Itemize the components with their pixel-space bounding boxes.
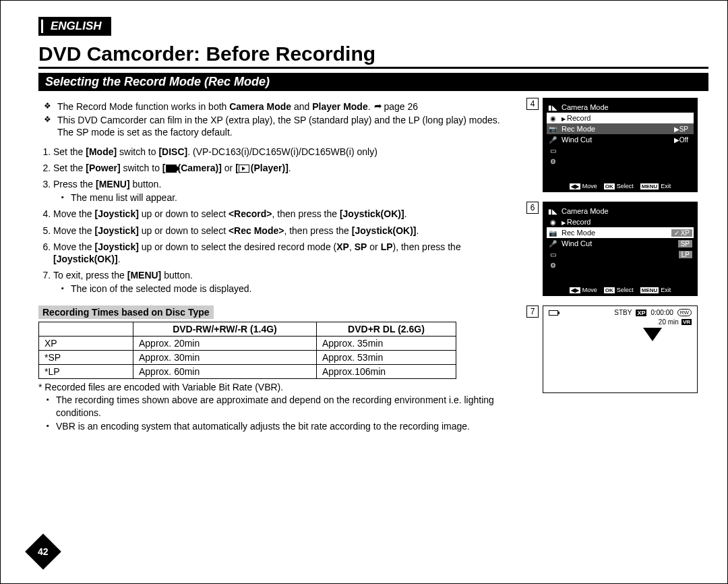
tools-icon: ⚙ xyxy=(548,262,557,269)
foot-bullet: The recording times shown above are appr… xyxy=(48,394,514,418)
step-1: Set the [Mode] switch to [DISC]. (VP-DC1… xyxy=(53,146,514,158)
step-5: Move the [Joystick] up or down to select… xyxy=(53,225,514,237)
player-icon xyxy=(239,165,249,173)
tools-icon: ⚙ xyxy=(548,158,557,165)
step-7: To exit, press the [MENU] button. The ic… xyxy=(53,269,514,295)
remaining-time: 20 min xyxy=(659,318,679,326)
mic-icon: 🎤 xyxy=(548,240,557,247)
option: SP xyxy=(678,240,692,247)
menu-item: Wind Cut xyxy=(562,239,592,247)
step-3: Press the [MENU] button. The menu list w… xyxy=(53,178,514,204)
option: LP xyxy=(679,251,692,258)
table-row: XP Approx. 20min Approx. 35min xyxy=(39,337,456,351)
section-heading: Selecting the Record Mode (Rec Mode) xyxy=(38,73,708,91)
breadcrumb: Record xyxy=(562,218,590,226)
table-title: Recording Times based on Disc Type xyxy=(38,305,214,319)
body-text: The Record Mode function works in both C… xyxy=(38,98,514,434)
menu-item: Rec Mode xyxy=(562,229,595,237)
menu-icon: MENU xyxy=(640,287,659,293)
lcd-screenshot-7: STBY XP 0:00:00 RW 20 min VR xyxy=(543,305,698,393)
disc-icon: ◉ xyxy=(548,218,557,226)
screen-footer: ◀▶Move OKSelect MENUExit xyxy=(543,183,698,189)
breadcrumb: Record xyxy=(562,114,590,122)
display-icon: ▭ xyxy=(548,251,557,258)
step-3-sub: The menu list will appear. xyxy=(63,192,514,204)
page-title: DVD Camcorder: Before Recording xyxy=(38,42,708,69)
table-row: *LP Approx. 60min Approx.106min xyxy=(39,365,456,379)
step-7-sub: The icon of the selected mode is display… xyxy=(63,283,514,295)
menu-value: ▶Off xyxy=(674,136,692,144)
nav-icon: ◀▶ xyxy=(570,287,580,293)
mode-badge: XP xyxy=(636,310,646,316)
table-header-row: DVD-RW/+RW/-R (1.4G) DVD+R DL (2.6G) xyxy=(39,322,456,337)
screen-title: Camera Mode xyxy=(562,207,609,215)
display-icon: ▭ xyxy=(548,147,557,154)
foot-bullet: VBR is an encoding system that automatic… xyxy=(48,420,514,432)
camera-small-icon: 📷 xyxy=(548,125,557,133)
camcorder-icon: ▮◣ xyxy=(548,104,557,111)
camcorder-icon: ▮◣ xyxy=(548,208,557,215)
menu-icon: MENU xyxy=(640,183,659,189)
footnote: * Recorded files are encoded with Variab… xyxy=(38,382,514,392)
manual-page: ENGLISH DVD Camcorder: Before Recording … xyxy=(0,0,728,584)
page-number-badge: 42 xyxy=(25,533,61,570)
table-header: DVD-RW/+RW/-R (1.4G) xyxy=(133,322,317,337)
table-row: *SP Approx. 30min Approx. 53min xyxy=(39,351,456,365)
lcd-screenshot-4: ▮◣Camera Mode ◉Record 📷Rec Mode▶SP 🎤Wind… xyxy=(543,98,698,192)
lcd-screenshot-6: ▮◣Camera Mode ◉Record 📷Rec ModeXP 🎤Wind … xyxy=(543,202,698,296)
recording-times-table: DVD-RW/+RW/-R (1.4G) DVD+R DL (2.6G) XP … xyxy=(38,322,456,379)
camera-icon xyxy=(166,165,177,173)
table-header: DVD+R DL (2.6G) xyxy=(316,322,456,337)
panel-number: 6 xyxy=(526,202,539,214)
camera-small-icon: 📷 xyxy=(548,229,557,237)
option-selected: XP xyxy=(671,229,692,237)
nav-icon: ◀▶ xyxy=(570,183,580,189)
panel-number: 4 xyxy=(526,98,539,110)
intro-item: The Record Mode function works in both C… xyxy=(48,100,514,113)
step-2: Set the [Power] switch to [(Camera)] or … xyxy=(53,162,514,174)
timecode: 0:00:00 xyxy=(650,309,673,316)
disc-badge: RW xyxy=(677,309,692,316)
intro-item: This DVD Camcorder can film in the XP (e… xyxy=(48,114,514,138)
language-tab: ENGLISH xyxy=(38,17,111,36)
menu-item: Wind Cut xyxy=(562,136,592,144)
table-header xyxy=(39,322,133,337)
page-ref-arrow-icon xyxy=(373,101,384,112)
step-6: Move the [Joystick] up or down to select… xyxy=(53,241,514,265)
stby-label: STBY xyxy=(614,309,632,316)
step-4: Move the [Joystick] up or down to select… xyxy=(53,208,514,220)
disc-icon: ◉ xyxy=(548,115,557,122)
menu-value: ▶SP xyxy=(674,125,692,133)
ok-icon: OK xyxy=(604,183,615,189)
screen-footer: ◀▶Move OKSelect MENUExit xyxy=(543,287,698,293)
ok-icon: OK xyxy=(604,287,615,293)
play-indicator-icon xyxy=(643,328,662,341)
battery-icon xyxy=(549,310,558,316)
vr-badge: VR xyxy=(681,319,692,325)
panel-number: 7 xyxy=(526,305,539,318)
screen-title: Camera Mode xyxy=(562,103,609,111)
menu-item: Rec Mode xyxy=(562,125,595,133)
mic-icon: 🎤 xyxy=(548,136,557,144)
